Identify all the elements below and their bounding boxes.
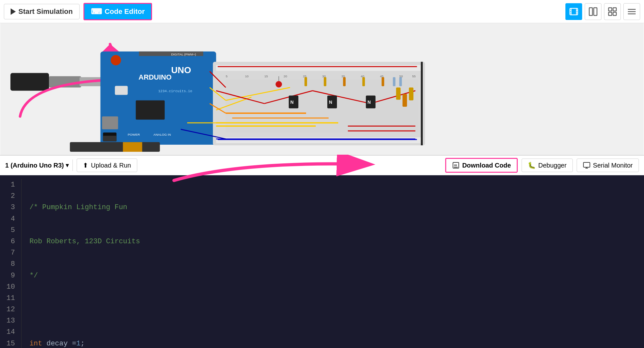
bug-icon: 🐛 [528, 161, 536, 169]
svg-rect-92 [123, 142, 142, 152]
svg-point-26 [111, 55, 121, 65]
start-sim-label: Start Simulation [18, 7, 73, 16]
svg-rect-8 [594, 8, 597, 15]
toolbar: Start Simulation ⌨ Code Editor [0, 0, 644, 23]
svg-text:5: 5 [226, 74, 228, 78]
svg-rect-10 [613, 8, 616, 11]
view-icon-btn-3[interactable] [604, 3, 621, 20]
svg-rect-12 [613, 12, 616, 15]
svg-rect-7 [589, 8, 592, 15]
svg-rect-74 [382, 77, 384, 86]
layout-icon [589, 7, 598, 16]
svg-text:POWER: POWER [128, 133, 140, 136]
code-editor-panel[interactable]: 1 2 3 4 5 6 7 8 9 10 11 12 13 14 15 /* P… [0, 175, 644, 348]
svg-point-68 [275, 81, 282, 88]
debugger-button[interactable]: 🐛 Debugger [522, 159, 573, 172]
svg-rect-9 [609, 8, 612, 11]
monitor-icon [583, 161, 591, 169]
toolbar-right-icons [565, 3, 640, 20]
svg-text:1234.circuits.io: 1234.circuits.io [158, 89, 192, 93]
grid-icon [608, 7, 617, 16]
svg-rect-71 [324, 77, 326, 86]
code-editor-icon: ⌨ [91, 7, 102, 16]
code-editor-button[interactable]: ⌨ Code Editor [83, 3, 152, 20]
view-icon-btn-2[interactable] [585, 3, 601, 20]
line-numbers: 1 2 3 4 5 6 7 8 9 10 11 12 13 14 15 [0, 179, 22, 348]
bottom-bar: 1 (Arduino Uno R3) ▾ ⬆ Upload & Run Down… [0, 155, 644, 175]
svg-rect-42 [226, 80, 419, 133]
svg-rect-99 [583, 162, 590, 167]
svg-rect-29 [102, 116, 118, 129]
code-content[interactable]: /* Pumpkin Lighting Fun Rob Roberts, 123… [22, 179, 644, 348]
circuit-area[interactable]: ARDUINO UNO 1234.circuits.io ANALOG IN P… [0, 23, 644, 155]
svg-text:10: 10 [245, 74, 249, 78]
debugger-label: Debugger [538, 162, 567, 169]
upload-icon: ⬆ [83, 161, 88, 169]
svg-rect-73 [362, 77, 365, 86]
download-code-label: Download Code [462, 162, 511, 169]
svg-rect-75 [393, 77, 395, 86]
device-label: 1 (Arduino Uno R3) [5, 162, 64, 169]
start-simulation-button[interactable]: Start Simulation [4, 4, 80, 19]
film-icon [569, 7, 578, 16]
chevron-down-icon: ▾ [66, 162, 69, 169]
upload-run-label: Upload & Run [91, 162, 131, 169]
svg-text:N: N [329, 100, 332, 105]
code-editor-label: Code Editor [105, 7, 145, 16]
svg-rect-39 [216, 137, 422, 143]
svg-rect-31 [103, 136, 117, 141]
upload-run-button[interactable]: ⬆ Upload & Run [77, 159, 137, 172]
svg-rect-84 [402, 94, 407, 107]
serial-monitor-button[interactable]: Serial Monitor [577, 159, 639, 172]
svg-rect-32 [136, 100, 165, 120]
svg-rect-76 [399, 77, 402, 86]
svg-rect-11 [609, 12, 612, 15]
svg-text:ARDUINO: ARDUINO [139, 73, 171, 81]
svg-rect-17 [10, 73, 49, 91]
svg-rect-72 [343, 77, 346, 86]
svg-rect-85 [396, 88, 400, 100]
svg-text:UNO: UNO [171, 65, 191, 75]
list-icon [627, 7, 636, 16]
svg-text:ANALOG IN: ANALOG IN [153, 133, 171, 136]
view-icon-btn-1[interactable] [565, 3, 582, 20]
view-icon-btn-4[interactable] [623, 3, 640, 20]
svg-text:DIGITAL (PWM~): DIGITAL (PWM~) [171, 53, 196, 56]
svg-rect-28 [115, 86, 128, 95]
svg-rect-70 [304, 77, 307, 86]
separator-1 [72, 160, 73, 171]
download-code-button[interactable]: Download Code [445, 158, 518, 173]
svg-rect-91 [70, 142, 160, 152]
svg-text:N: N [290, 100, 293, 105]
svg-rect-23 [101, 52, 216, 145]
device-selector[interactable]: 1 (Arduino Uno R3) ▾ [5, 162, 69, 169]
download-icon [452, 161, 460, 169]
svg-text:55: 55 [412, 74, 416, 78]
play-icon [11, 8, 16, 15]
svg-text:15: 15 [264, 74, 268, 78]
svg-text:N: N [368, 100, 371, 105]
svg-rect-83 [409, 88, 413, 101]
svg-rect-38 [216, 65, 422, 71]
serial-monitor-label: Serial Monitor [593, 162, 633, 169]
svg-text:20: 20 [284, 74, 287, 78]
circuit-diagram: ARDUINO UNO 1234.circuits.io ANALOG IN P… [0, 23, 644, 155]
